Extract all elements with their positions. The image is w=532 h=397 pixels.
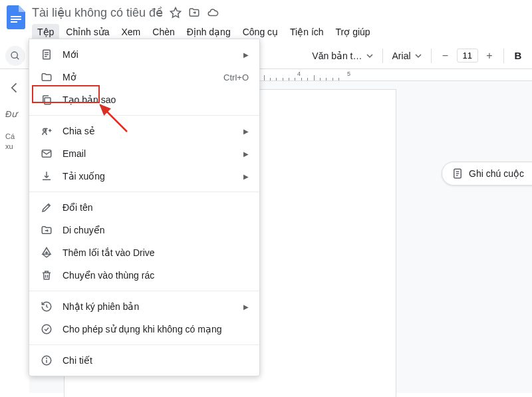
menu-divider — [29, 115, 259, 116]
menu-help[interactable]: Trợ giúp — [331, 24, 376, 40]
outline-heading: Đư — [5, 108, 24, 121]
menu-item-rename[interactable]: Đổi tên — [29, 196, 259, 219]
docs-icon — [7, 5, 25, 29]
download-icon — [40, 170, 53, 183]
menu-item-share[interactable]: Chia sẻ ▶ — [29, 120, 259, 142]
history-icon — [40, 300, 53, 313]
shortcut-icon — [40, 246, 53, 259]
submenu-arrow-icon: ▶ — [243, 303, 249, 311]
menu-item-shortcut[interactable]: Thêm lối tắt vào Drive — [29, 241, 259, 264]
menu-view[interactable]: Xem — [116, 24, 146, 40]
menu-item-history[interactable]: Nhật ký phiên bản ▶ — [29, 295, 259, 318]
docs-logo[interactable] — [3, 4, 29, 31]
menu-item-label: Nhật ký phiên bản — [63, 301, 243, 312]
svg-rect-13 — [45, 98, 51, 104]
left-panel: Đư Cá xu — [0, 69, 29, 393]
menu-item-copy[interactable]: Tạo bản sao — [29, 88, 259, 111]
font-size-input[interactable]: 11 — [457, 49, 478, 63]
menu-extensions[interactable]: Tiện ích — [285, 24, 329, 40]
menu-tools[interactable]: Công cụ — [237, 24, 283, 40]
outline-text-cut: Cá — [5, 132, 24, 142]
menu-divider — [29, 344, 259, 345]
menu-item-label: Tạo bản sao — [63, 94, 249, 105]
font-size-decrease[interactable]: − — [437, 47, 454, 65]
meeting-notes-button[interactable]: Ghi chú cuộc — [442, 162, 532, 186]
cloud-status-icon[interactable] — [207, 7, 219, 19]
paragraph-style-select[interactable]: Văn bản t… — [308, 48, 376, 64]
header: Tài liệu không có tiêu đề Tệp Chỉnh sửa … — [0, 0, 532, 43]
move-folder-icon[interactable] — [188, 7, 200, 19]
back-button[interactable] — [5, 78, 24, 97]
menu-file[interactable]: Tệp — [32, 24, 59, 40]
chevron-down-icon — [415, 53, 422, 59]
submenu-arrow-icon: ▶ — [243, 51, 249, 59]
toolbar-separator — [503, 49, 504, 63]
file-icon — [40, 48, 53, 61]
menu-item-label: Mở — [63, 72, 223, 82]
menu-item-download[interactable]: Tải xuống ▶ — [29, 165, 259, 188]
submenu-arrow-icon: ▶ — [243, 173, 249, 180]
trash-icon — [40, 269, 53, 282]
menu-item-file[interactable]: Mới ▶ — [29, 43, 259, 66]
font-label: Arial — [392, 51, 411, 61]
toolbar-separator — [382, 49, 383, 63]
email-icon — [40, 147, 53, 160]
folder-icon — [40, 70, 53, 84]
svg-point-25 — [47, 358, 47, 358]
search-icon — [10, 51, 21, 61]
menu-item-folder[interactable]: Mở Ctrl+O — [29, 66, 259, 88]
menu-item-email[interactable]: Email ▶ — [29, 142, 259, 165]
svg-point-3 — [11, 52, 17, 58]
menu-item-trash[interactable]: Chuyển vào thùng rác — [29, 264, 259, 287]
menu-item-label: Chia sẻ — [63, 126, 243, 136]
menu-item-label: Tải xuống — [63, 171, 243, 182]
menu-format[interactable]: Định dạng — [182, 24, 236, 40]
rename-icon — [40, 201, 53, 214]
svg-point-22 — [42, 325, 51, 334]
menu-item-label: Đổi tên — [63, 202, 249, 213]
font-select[interactable]: Arial — [388, 48, 426, 64]
menu-item-label: Mới — [63, 49, 243, 60]
document-title[interactable]: Tài liệu không có tiêu đề — [32, 5, 163, 20]
toolbar-separator — [431, 49, 432, 63]
menu-item-label: Chi tiết — [63, 355, 249, 366]
submenu-arrow-icon: ▶ — [243, 128, 249, 135]
menu-item-offline[interactable]: Cho phép sử dụng khi không có mạng — [29, 318, 259, 340]
move-icon — [40, 223, 53, 237]
file-dropdown-menu: Mới ▶ Mở Ctrl+O Tạo bản sao Chia sẻ ▶ Em… — [29, 39, 260, 376]
menu-item-label: Email — [63, 148, 243, 159]
menu-edit[interactable]: Chỉnh sửa — [61, 24, 114, 40]
menu-item-label: Chuyển vào thùng rác — [63, 270, 249, 281]
menu-item-label: Di chuyển — [63, 225, 249, 235]
offline-icon — [40, 323, 53, 336]
menu-divider — [29, 192, 259, 192]
menu-item-move[interactable]: Di chuyển — [29, 219, 259, 241]
menu-item-info[interactable]: Chi tiết — [29, 349, 259, 372]
copy-icon — [40, 93, 53, 106]
font-size-increase[interactable]: + — [481, 47, 498, 65]
bold-button[interactable]: B — [509, 47, 527, 65]
notes-icon — [452, 168, 464, 180]
menu-shortcut: Ctrl+O — [223, 72, 249, 82]
share-icon — [40, 124, 53, 138]
outline-text-cut: xu — [5, 142, 24, 152]
title-area: Tài liệu không có tiêu đề Tệp Chỉnh sửa … — [32, 4, 376, 43]
menu-divider — [29, 291, 259, 291]
paragraph-style-label: Văn bản t… — [312, 51, 362, 61]
menu-item-label: Cho phép sử dụng khi không có mạng — [63, 324, 249, 334]
star-icon[interactable] — [170, 7, 182, 19]
svg-rect-1 — [11, 19, 21, 20]
submenu-arrow-icon: ▶ — [243, 150, 249, 158]
menu-insert[interactable]: Chèn — [147, 24, 180, 40]
info-icon — [40, 354, 53, 367]
menu-item-label: Thêm lối tắt vào Drive — [63, 247, 249, 258]
notes-label: Ghi chú cuộc — [469, 168, 524, 179]
title-row: Tài liệu không có tiêu đề — [32, 4, 376, 21]
chevron-down-icon — [366, 53, 373, 59]
arrow-left-icon — [8, 81, 21, 94]
svg-rect-0 — [11, 16, 21, 17]
search-button[interactable] — [5, 46, 25, 66]
svg-rect-2 — [11, 21, 17, 23]
svg-line-4 — [17, 57, 19, 59]
